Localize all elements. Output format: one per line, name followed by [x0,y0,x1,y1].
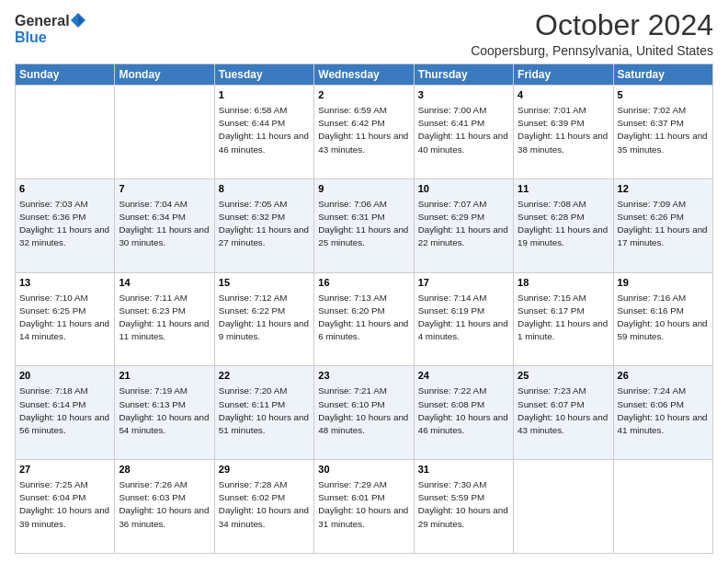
day-daylight: Daylight: 11 hours and 40 minutes. [418,131,508,154]
day-daylight: Daylight: 11 hours and 27 minutes. [219,224,309,247]
day-number: 13 [19,276,110,290]
day-daylight: Daylight: 10 hours and 34 minutes. [219,505,309,528]
day-cell: 11Sunrise: 7:08 AMSunset: 6:28 PMDayligh… [514,178,613,272]
day-cell: 9Sunrise: 7:06 AMSunset: 6:31 PMDaylight… [314,178,414,272]
day-sunset: Sunset: 6:32 PM [219,212,285,222]
day-number: 8 [219,182,310,196]
day-sunset: Sunset: 6:03 PM [119,492,185,502]
day-cell: 23Sunrise: 7:21 AMSunset: 6:10 PMDayligh… [314,366,414,460]
day-cell: 13Sunrise: 7:10 AMSunset: 6:25 PMDayligh… [16,272,115,366]
day-number: 24 [418,369,509,383]
day-sunrise: Sunrise: 7:29 AM [318,479,387,489]
day-cell: 18Sunrise: 7:15 AMSunset: 6:17 PMDayligh… [514,272,613,366]
day-daylight: Daylight: 11 hours and 38 minutes. [518,131,608,154]
day-sunset: Sunset: 6:41 PM [418,118,484,128]
day-number: 18 [518,276,609,290]
day-sunset: Sunset: 6:13 PM [119,399,185,409]
day-sunrise: Sunrise: 7:22 AM [418,385,487,396]
day-sunrise: Sunrise: 7:23 AM [518,385,586,396]
day-sunrise: Sunrise: 7:30 AM [418,479,487,489]
logo-icon [71,13,85,28]
day-sunrise: Sunrise: 7:09 AM [618,199,687,209]
day-daylight: Daylight: 10 hours and 51 minutes. [219,412,309,435]
week-row-3: 13Sunrise: 7:10 AMSunset: 6:25 PMDayligh… [16,272,713,366]
day-sunrise: Sunrise: 6:59 AM [318,105,387,115]
day-number: 19 [618,276,709,290]
day-cell: 20Sunrise: 7:18 AMSunset: 6:14 PMDayligh… [16,366,115,460]
day-daylight: Daylight: 11 hours and 35 minutes. [618,131,708,154]
day-number: 11 [518,182,609,196]
day-sunset: Sunset: 6:42 PM [318,118,384,128]
day-number: 22 [219,369,310,383]
day-sunrise: Sunrise: 7:26 AM [119,479,188,489]
day-daylight: Daylight: 10 hours and 54 minutes. [119,412,209,435]
day-sunrise: Sunrise: 7:15 AM [518,293,586,303]
day-cell: 22Sunrise: 7:20 AMSunset: 6:11 PMDayligh… [214,366,313,460]
day-cell [514,460,613,554]
day-cell: 8Sunrise: 7:05 AMSunset: 6:32 PMDaylight… [214,178,313,272]
day-cell: 12Sunrise: 7:09 AMSunset: 6:26 PMDayligh… [613,178,712,272]
day-number: 7 [119,182,210,196]
week-row-5: 27Sunrise: 7:25 AMSunset: 6:04 PMDayligh… [16,460,713,554]
day-cell [115,86,214,179]
header: General Blue October 2024 Coopersburg, P… [15,9,713,58]
week-row-2: 6Sunrise: 7:03 AMSunset: 6:36 PMDaylight… [16,178,713,272]
day-sunset: Sunset: 6:29 PM [418,212,484,222]
day-sunrise: Sunrise: 7:04 AM [119,199,188,209]
day-sunrise: Sunrise: 7:11 AM [119,293,188,303]
day-sunrise: Sunrise: 7:16 AM [618,293,687,303]
day-daylight: Daylight: 11 hours and 19 minutes. [518,224,608,247]
day-cell: 19Sunrise: 7:16 AMSunset: 6:16 PMDayligh… [613,272,712,366]
day-number: 10 [418,182,509,196]
day-cell: 1Sunrise: 6:58 AMSunset: 6:44 PMDaylight… [214,86,313,179]
day-sunset: Sunset: 6:11 PM [219,399,285,409]
day-sunrise: Sunrise: 7:01 AM [518,105,586,115]
day-number: 17 [418,276,509,290]
logo-blue: Blue [15,29,47,46]
day-daylight: Daylight: 10 hours and 48 minutes. [318,412,408,435]
day-daylight: Daylight: 10 hours and 43 minutes. [518,412,608,435]
day-number: 20 [19,369,110,383]
day-sunrise: Sunrise: 7:05 AM [219,199,288,209]
day-sunset: Sunset: 6:10 PM [318,399,384,409]
day-daylight: Daylight: 11 hours and 11 minutes. [119,318,209,341]
day-number: 5 [618,88,709,102]
page: General Blue October 2024 Coopersburg, P… [0,0,728,563]
day-number: 3 [418,88,509,102]
day-number: 31 [418,463,509,477]
day-sunset: Sunset: 6:36 PM [19,212,85,222]
day-number: 2 [318,88,409,102]
day-number: 4 [518,88,609,102]
title-block: October 2024 Coopersburg, Pennsylvania, … [471,9,713,58]
day-cell: 28Sunrise: 7:26 AMSunset: 6:03 PMDayligh… [115,460,214,554]
subtitle: Coopersburg, Pennsylvania, United States [471,43,713,58]
day-number: 23 [318,369,409,383]
col-thursday: Thursday [414,64,513,86]
day-sunset: Sunset: 6:08 PM [418,399,484,409]
day-number: 26 [618,369,709,383]
day-cell: 24Sunrise: 7:22 AMSunset: 6:08 PMDayligh… [414,366,513,460]
col-saturday: Saturday [613,64,712,86]
day-sunset: Sunset: 6:02 PM [219,492,285,502]
day-number: 9 [318,182,409,196]
day-daylight: Daylight: 10 hours and 31 minutes. [318,505,408,528]
day-cell: 7Sunrise: 7:04 AMSunset: 6:34 PMDaylight… [115,178,214,272]
day-number: 28 [119,463,210,477]
day-cell: 29Sunrise: 7:28 AMSunset: 6:02 PMDayligh… [214,460,313,554]
day-cell: 26Sunrise: 7:24 AMSunset: 6:06 PMDayligh… [613,366,712,460]
day-daylight: Daylight: 11 hours and 14 minutes. [19,318,109,341]
day-sunset: Sunset: 6:44 PM [219,118,285,128]
day-cell: 4Sunrise: 7:01 AMSunset: 6:39 PMDaylight… [514,86,613,179]
day-cell: 16Sunrise: 7:13 AMSunset: 6:20 PMDayligh… [314,272,414,366]
day-sunset: Sunset: 6:17 PM [518,305,584,316]
day-sunrise: Sunrise: 7:03 AM [19,199,88,209]
day-sunset: Sunset: 6:26 PM [618,212,684,222]
day-sunrise: Sunrise: 7:12 AM [219,293,288,303]
day-sunrise: Sunrise: 7:14 AM [418,293,487,303]
day-number: 16 [318,276,409,290]
day-cell: 2Sunrise: 6:59 AMSunset: 6:42 PMDaylight… [314,86,414,179]
day-daylight: Daylight: 10 hours and 41 minutes. [618,412,708,435]
day-sunset: Sunset: 6:19 PM [418,305,484,316]
day-number: 12 [618,182,709,196]
col-friday: Friday [514,64,613,86]
